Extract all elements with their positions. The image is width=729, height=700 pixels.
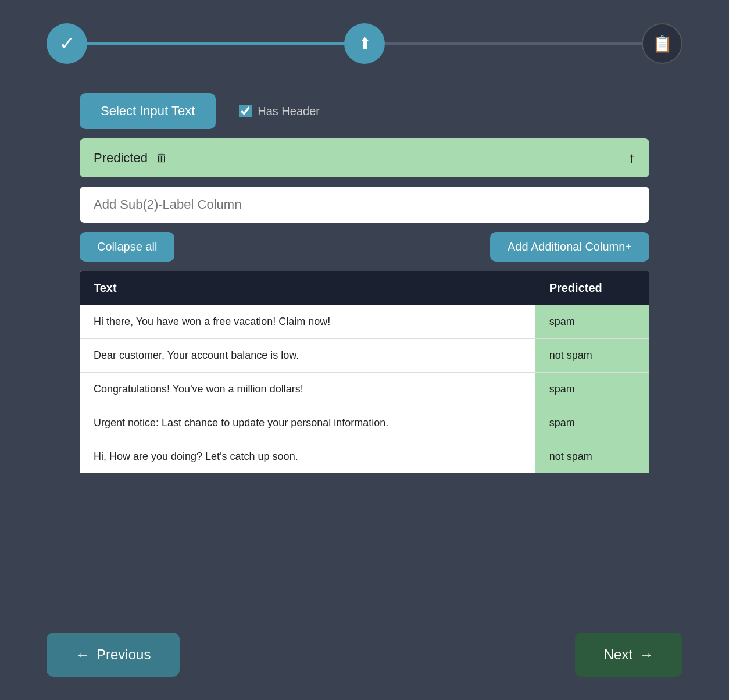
table-header-row: Text Predicted	[80, 271, 649, 305]
next-button[interactable]: Next →	[575, 633, 682, 677]
step-3[interactable]: 📋	[642, 23, 682, 64]
has-header-checkbox[interactable]	[239, 105, 252, 117]
check-icon: ✓	[59, 33, 75, 55]
predicted-left: Predicted 🗑	[94, 151, 167, 166]
add-column-button[interactable]: Add Additional Column+	[490, 232, 649, 262]
has-header-label: Has Header	[239, 105, 320, 118]
prev-arrow-icon: ←	[76, 647, 90, 663]
sub-label-input[interactable]: Add Sub(2)-Label Column	[80, 187, 649, 223]
table-cell-text: Dear customer, Your account balance is l…	[80, 339, 535, 373]
table-cell-predicted: not spam	[535, 440, 649, 474]
upload-icon: ⬆	[358, 34, 371, 53]
table-row: Dear customer, Your account balance is l…	[80, 339, 649, 373]
next-label: Next	[604, 647, 632, 663]
select-input-button[interactable]: Select Input Text	[80, 93, 216, 129]
table-row: Hi, How are you doing? Let's catch up so…	[80, 440, 649, 474]
up-arrow-icon[interactable]: ↑	[628, 149, 635, 167]
progress-filled	[47, 42, 364, 45]
step-1[interactable]: ✓	[47, 23, 87, 64]
data-table: Text Predicted Hi there, You have won a …	[80, 271, 649, 473]
table-cell-text: Hi, How are you doing? Let's catch up so…	[80, 440, 535, 474]
step-2[interactable]: ⬆	[344, 23, 385, 64]
table-cell-predicted: spam	[535, 305, 649, 339]
predicted-row: Predicted 🗑 ↑	[80, 138, 649, 177]
action-buttons-row: Collapse all Add Additional Column+	[80, 232, 649, 262]
next-arrow-icon: →	[639, 647, 653, 663]
previous-button[interactable]: ← Previous	[47, 633, 180, 677]
table-cell-text: Urgent notice: Last chance to update you…	[80, 406, 535, 440]
predicted-label: Predicted	[94, 151, 148, 166]
trash-icon[interactable]: 🗑	[156, 151, 167, 165]
navigation-buttons: ← Previous Next →	[47, 598, 682, 677]
table-cell-predicted: spam	[535, 373, 649, 406]
table-cell-predicted: spam	[535, 406, 649, 440]
table-row: Urgent notice: Last chance to update you…	[80, 406, 649, 440]
column-header-predicted: Predicted	[535, 271, 649, 305]
main-content: Select Input Text Has Header Predicted 🗑…	[80, 93, 649, 473]
column-header-text: Text	[80, 271, 535, 305]
table-row: Congratulations! You've won a million do…	[80, 373, 649, 406]
table-cell-predicted: not spam	[535, 339, 649, 373]
table-cell-text: Congratulations! You've won a million do…	[80, 373, 535, 406]
previous-label: Previous	[97, 647, 151, 663]
top-row: Select Input Text Has Header	[80, 93, 649, 129]
collapse-all-button[interactable]: Collapse all	[80, 232, 174, 262]
clipboard-icon: 📋	[652, 34, 673, 53]
table-cell-text: Hi there, You have won a free vacation! …	[80, 305, 535, 339]
has-header-text: Has Header	[258, 105, 320, 118]
table-row: Hi there, You have won a free vacation! …	[80, 305, 649, 339]
progress-bar: ✓ ⬆ 📋	[47, 23, 682, 64]
